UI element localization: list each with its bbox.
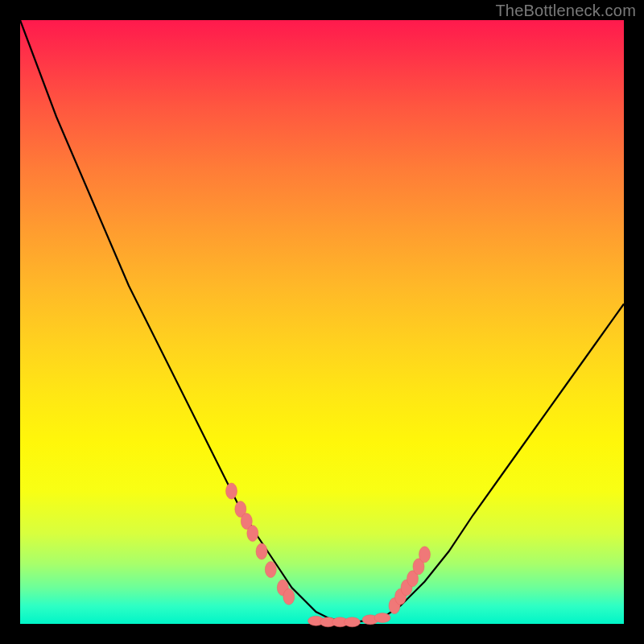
data-marker <box>247 526 258 542</box>
data-marker <box>226 483 237 499</box>
data-marker <box>265 562 276 578</box>
watermark-text: TheBottleneck.com <box>495 2 636 20</box>
data-marker <box>345 617 361 627</box>
data-marker <box>256 543 267 559</box>
data-marker <box>283 588 295 605</box>
data-marker <box>374 613 390 623</box>
curve-layer <box>20 20 624 624</box>
markers-bottom-group <box>308 613 391 627</box>
bottleneck-curve <box>20 20 624 622</box>
data-marker <box>419 547 431 563</box>
chart-frame: TheBottleneck.com <box>0 0 644 644</box>
markers-right-group <box>389 547 431 614</box>
